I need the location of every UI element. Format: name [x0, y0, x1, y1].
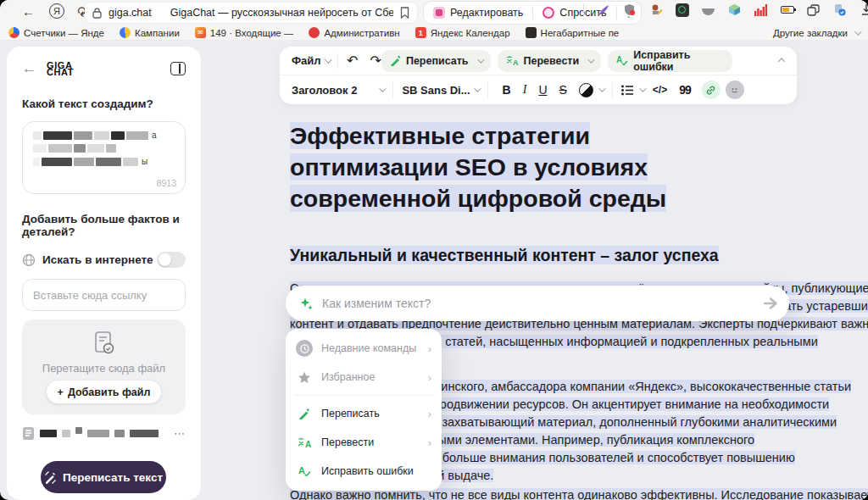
code-button[interactable]: </>	[653, 84, 667, 96]
paragraph-style-select[interactable]: Заголовок 2	[292, 84, 357, 97]
bookmark-flag-icon[interactable]	[400, 7, 409, 19]
ghostery-extension-icon[interactable]	[675, 3, 689, 17]
redacted-text-block	[87, 430, 109, 437]
add-file-button[interactable]: + Добавить файл	[47, 381, 162, 403]
doc-subheading: Уникальный и качественный контент – зало…	[290, 246, 719, 265]
underline-button[interactable]: U	[538, 83, 547, 97]
rewrite-button[interactable]: Переписать	[381, 50, 491, 72]
list-button[interactable]	[621, 85, 634, 96]
chevron-down-icon	[477, 56, 484, 63]
sync-check-extension-icon[interactable]	[832, 3, 847, 17]
feather-extension-icon[interactable]	[596, 3, 610, 17]
strikethrough-button[interactable]: S	[559, 83, 567, 97]
redacted-text-block	[114, 430, 125, 437]
submenu-arrow-icon: ›	[428, 436, 431, 449]
bookmark-metrika[interactable]: Счетчики — Янде	[8, 27, 104, 38]
redacted-text-block	[62, 430, 70, 437]
doc-title-line: Эффективные стратегии	[290, 120, 590, 151]
redacted-text-block	[87, 144, 104, 153]
file-dropzone[interactable]: Перетащите сюда файл + Добавить файл	[22, 319, 186, 414]
bookmarks-bar: Счетчики — Янде Кампании ✉ 149 · Входящи…	[0, 25, 868, 41]
other-bookmarks-button[interactable]: Другие закладки	[773, 28, 860, 38]
address-bar[interactable]: giga.chat GigaChat — русскоязычная нейро…	[85, 3, 417, 23]
prompt-question-label: Какой текст создадим?	[22, 97, 186, 110]
extensions-row	[583, 3, 868, 17]
svg-text:A: A	[298, 465, 305, 475]
back-icon[interactable]: ←	[22, 4, 35, 19]
menu-item-translate[interactable]: A Перевести ›	[286, 428, 442, 457]
dropzone-label: Перетащите сюда файл	[42, 362, 165, 375]
document-icon	[93, 331, 115, 356]
cube-extension-icon[interactable]	[727, 3, 742, 17]
font-select[interactable]: SB Sans Di...	[402, 84, 470, 97]
redo-icon[interactable]: ↷	[370, 53, 381, 69]
editor-toolbar: Файл ↶ ↷ Переписать A Перевести A Исправ…	[280, 47, 797, 104]
chevron-down-icon	[325, 56, 331, 63]
task-textarea[interactable]: а ы 8913	[22, 121, 186, 194]
chevron-down-icon	[639, 85, 646, 92]
redacted-fragment: ы	[142, 157, 147, 166]
file-menu-icon[interactable]: ⋯	[174, 427, 186, 440]
menu-item-recent-commands[interactable]: Недавние команды ›	[286, 334, 442, 363]
gigachat-logo: GIGA CHAT	[47, 62, 74, 76]
metrika-favicon	[8, 27, 19, 38]
menu-item-fix-errors[interactable]: A Исправить ошибки	[286, 457, 442, 486]
edit-button[interactable]: Редактировать	[424, 2, 532, 24]
admin-favicon	[309, 27, 320, 38]
divider	[583, 3, 584, 17]
quote-button[interactable]: 99	[679, 83, 691, 97]
command-context-menu: Недавние команды › Избранное › Переписат…	[286, 329, 442, 491]
attached-file-item[interactable]: ⋯	[22, 426, 186, 441]
battery-extension-icon[interactable]	[780, 3, 794, 17]
italic-button[interactable]: I	[523, 83, 527, 97]
mail-favicon: ✉	[195, 27, 206, 38]
redacted-text-block	[43, 131, 72, 140]
star-icon	[296, 371, 313, 384]
collapse-panel-icon[interactable]	[170, 62, 186, 75]
redacted-fragment: а	[152, 131, 157, 140]
fix-errors-button[interactable]: A Исправить ошибки	[608, 50, 732, 72]
redacted-text-block	[75, 427, 82, 434]
menu-item-favorites[interactable]: Избранное ›	[286, 363, 442, 392]
sparkle-icon	[299, 297, 314, 311]
chevron-down-icon	[474, 85, 481, 92]
menu-item-rewrite[interactable]: Переписать ›	[286, 399, 442, 428]
link-button[interactable]	[702, 81, 721, 99]
shield-extension-icon[interactable]	[622, 3, 637, 17]
undo-icon[interactable]: ↶	[347, 53, 358, 69]
send-icon[interactable]	[756, 289, 785, 318]
translate-button[interactable]: A Перевести	[498, 50, 602, 72]
rewrite-text-button[interactable]: Переписать текст	[41, 461, 166, 493]
bookmark-calendar[interactable]: 1 Яндекс Календар	[415, 27, 510, 38]
divider	[294, 395, 433, 396]
pencil-extension-icon[interactable]	[648, 3, 663, 17]
yandex-browser-icon[interactable]: Я	[49, 3, 64, 19]
redacted-text-block	[74, 158, 94, 166]
highlight-color-button[interactable]	[579, 83, 593, 97]
bookmark-inbox[interactable]: ✉ 149 · Входящие —	[195, 27, 294, 38]
link-input[interactable]	[22, 279, 186, 311]
redacted-text-block	[48, 144, 72, 153]
bowl-extension-icon[interactable]	[701, 3, 715, 17]
redacted-text-block	[94, 131, 109, 140]
bookmark-admin[interactable]: Административн	[309, 27, 399, 38]
download-icon[interactable]	[859, 3, 868, 17]
char-counter: 8913	[157, 178, 176, 188]
bookmark-negabarit[interactable]: Негабаритные пе	[526, 27, 619, 38]
file-icon	[22, 426, 35, 441]
search-internet-label: Искать в интернете	[42, 253, 153, 266]
emoji-button[interactable]	[726, 81, 744, 99]
sidebar-back-icon[interactable]: ←	[22, 60, 36, 77]
divider	[337, 53, 338, 69]
spellcheck-icon: A	[616, 55, 628, 66]
bookmark-campaigns[interactable]: Кампании	[120, 27, 180, 38]
file-menu[interactable]: Файл	[292, 54, 321, 67]
prompt-input[interactable]	[322, 297, 756, 310]
chevron-down-icon	[587, 56, 594, 63]
redacted-text-block	[126, 131, 148, 140]
tabs-extension-icon[interactable]	[806, 3, 821, 17]
bold-button[interactable]: B	[503, 83, 511, 97]
bar-chart-extension-icon[interactable]	[754, 3, 768, 17]
search-internet-toggle[interactable]	[157, 252, 186, 268]
collapse-toolbar-icon[interactable]	[778, 58, 785, 64]
